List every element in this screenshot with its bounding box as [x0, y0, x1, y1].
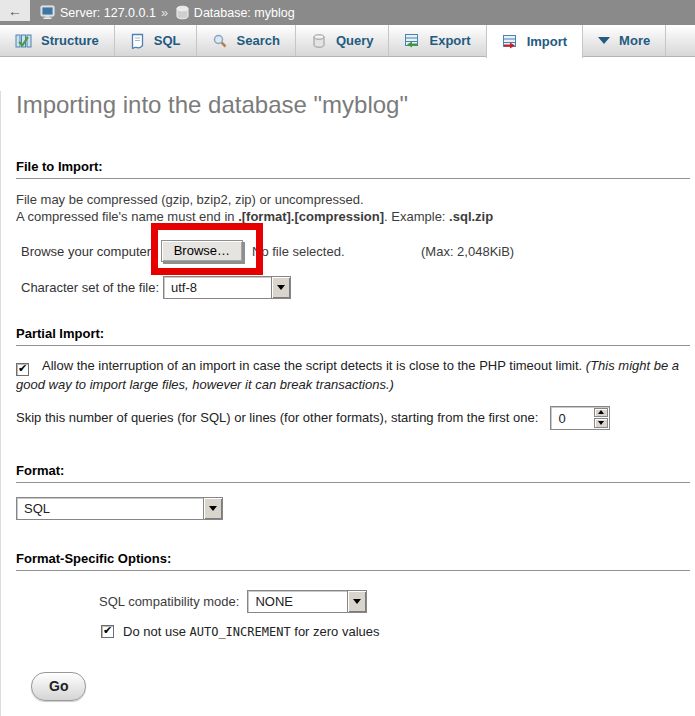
file-upload-row: Browse your computer: Browse… No file se…	[16, 238, 690, 264]
auto-increment-row: ✔ Do not use AUTO_INCREMENT for zero val…	[16, 624, 690, 639]
tab-bar: Structure SQL Search Query	[0, 25, 695, 57]
checkmark-icon: ✔	[18, 363, 27, 374]
tab-label: Structure	[41, 33, 99, 48]
dropdown-arrow-icon[interactable]	[203, 498, 222, 519]
tab-structure[interactable]: Structure	[0, 25, 115, 56]
tab-export[interactable]: Export	[389, 25, 486, 56]
allow-interruption-text: Allow the interruption of an import in c…	[42, 358, 586, 373]
charset-label: Character set of the file:	[21, 280, 159, 295]
go-button[interactable]: Go	[31, 672, 86, 701]
auto-increment-text: Do not use AUTO_INCREMENT for zero value…	[123, 624, 380, 639]
checkmark-icon: ✔	[103, 625, 112, 636]
format-select[interactable]: SQL	[16, 497, 223, 520]
export-icon	[404, 33, 420, 49]
tab-label: Query	[336, 33, 374, 48]
tab-query[interactable]: Query	[296, 25, 390, 56]
max-size-note: (Max: 2,048KiB)	[421, 244, 514, 259]
structure-icon	[15, 33, 32, 49]
format-selected-value: SQL	[17, 498, 203, 519]
section-heading-format-specific: Format-Specific Options:	[16, 551, 690, 571]
allow-interruption-row: ✔Allow the interruption of an import in …	[16, 357, 690, 394]
tab-import[interactable]: Import	[486, 25, 583, 58]
skip-queries-row: Skip this number of queries (for SQL) or…	[16, 406, 690, 430]
tab-sql[interactable]: SQL	[115, 25, 197, 56]
no-file-selected-text: No file selected.	[252, 244, 345, 259]
charset-select[interactable]: utf-8	[163, 276, 291, 299]
browse-label: Browse your computer:	[21, 244, 155, 259]
sql-icon	[130, 33, 145, 49]
auto-increment-checkbox[interactable]: ✔	[101, 625, 114, 638]
main-content: Importing into the database "myblog" Fil…	[0, 91, 695, 716]
charset-row: Character set of the file: utf-8	[16, 276, 690, 299]
sql-compatibility-row: SQL compatibility mode: NONE	[16, 590, 690, 613]
browse-button[interactable]: Browse…	[161, 240, 243, 262]
tab-more[interactable]: More	[583, 25, 666, 56]
section-heading-file-to-import: File to Import:	[16, 159, 690, 179]
breadcrumb-bar: ← Server: 127.0.0.1 » Database: myblog	[0, 0, 695, 25]
section-heading-partial-import: Partial Import:	[16, 326, 690, 346]
database-icon	[175, 5, 190, 20]
tab-label: Export	[429, 33, 470, 48]
breadcrumb-separator: »	[161, 6, 168, 20]
skip-queries-label: Skip this number of queries (for SQL) or…	[16, 410, 538, 425]
section-heading-format: Format:	[16, 463, 690, 483]
compression-line2: A compressed file's name must end in .[f…	[16, 208, 690, 225]
compression-note: File may be compressed (gzip, bzip2, zip…	[16, 191, 690, 225]
breadcrumb-server[interactable]: Server: 127.0.0.1	[60, 6, 156, 20]
page-title: Importing into the database "myblog"	[16, 91, 690, 119]
tab-label: More	[619, 33, 650, 48]
tab-search[interactable]: Search	[197, 25, 296, 56]
skip-queries-input[interactable]: 0	[550, 406, 610, 430]
query-icon	[311, 33, 327, 49]
tab-label: Search	[237, 33, 280, 48]
auto-increment-code: AUTO_INCREMENT	[190, 625, 291, 639]
spinner-down-button[interactable]	[594, 418, 608, 428]
spinner-up-button[interactable]	[594, 408, 608, 418]
allow-interruption-checkbox[interactable]: ✔	[16, 363, 29, 376]
sql-compatibility-value: NONE	[248, 591, 347, 612]
breadcrumb-database[interactable]: Database: myblog	[194, 6, 295, 20]
server-icon	[40, 5, 56, 20]
tab-label: Import	[527, 34, 567, 49]
search-icon	[212, 33, 228, 49]
chevron-down-icon	[598, 37, 610, 44]
dropdown-arrow-icon[interactable]	[347, 591, 366, 612]
import-icon	[502, 34, 518, 50]
dropdown-arrow-icon[interactable]	[271, 277, 290, 298]
skip-queries-value: 0	[551, 407, 593, 429]
compression-line1: File may be compressed (gzip, bzip2, zip…	[16, 191, 690, 208]
charset-selected-value: utf-8	[164, 277, 271, 298]
tab-label: SQL	[154, 33, 181, 48]
sql-compatibility-select[interactable]: NONE	[247, 590, 367, 613]
sql-compatibility-label: SQL compatibility mode:	[99, 594, 239, 609]
back-button[interactable]: ←	[0, 0, 30, 21]
